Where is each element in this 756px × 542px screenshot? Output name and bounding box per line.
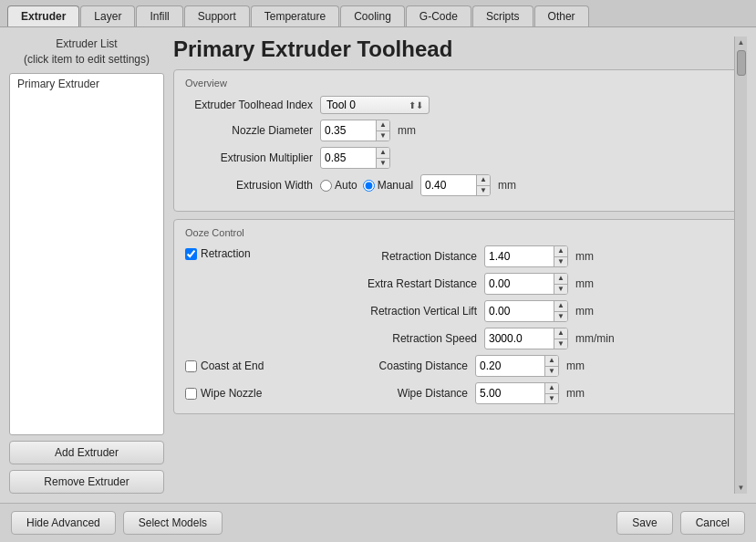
- extrusion-width-input[interactable]: ▲ ▼: [420, 174, 491, 196]
- retraction-checkbox[interactable]: [185, 248, 197, 260]
- extrusion-width-auto-radio[interactable]: [320, 180, 332, 192]
- retraction-distance-up[interactable]: ▲: [554, 246, 567, 257]
- coasting-distance-label: Coasting Distance: [322, 360, 468, 372]
- ooze-label: Ooze Control: [185, 227, 735, 238]
- extra-restart-input[interactable]: ▲ ▼: [484, 273, 568, 295]
- coasting-distance-spinner[interactable]: ▲ ▼: [544, 356, 558, 376]
- scroll-thumb[interactable]: [737, 50, 746, 76]
- retraction-distance-down[interactable]: ▼: [554, 257, 567, 267]
- extrusion-width-manual-radio[interactable]: [363, 180, 375, 192]
- retraction-vlift-unit: mm: [575, 305, 594, 318]
- extrusion-width-down[interactable]: ▼: [477, 186, 490, 196]
- extrusion-width-field[interactable]: [421, 177, 476, 193]
- coasting-distance-down[interactable]: ▼: [545, 367, 558, 377]
- tab-bar: Extruder Layer Infill Support Temperatur…: [0, 0, 756, 27]
- retraction-label-text: Retraction: [201, 247, 251, 260]
- scroll-up-arrow[interactable]: ▲: [736, 36, 747, 48]
- tab-cooling[interactable]: Cooling: [340, 5, 405, 26]
- remove-extruder-button[interactable]: Remove Extruder: [9, 470, 164, 494]
- tab-temperature[interactable]: Temperature: [251, 5, 339, 26]
- extra-restart-down[interactable]: ▼: [554, 285, 567, 295]
- nozzle-diameter-input[interactable]: ▲ ▼: [320, 120, 390, 141]
- retraction-vlift-input[interactable]: ▲ ▼: [484, 300, 568, 322]
- tab-support[interactable]: Support: [184, 5, 250, 26]
- extra-restart-row: Extra Restart Distance ▲ ▼ mm: [331, 273, 615, 295]
- retraction-speed-row: Retraction Speed ▲ ▼ mm/min: [331, 328, 615, 349]
- extra-restart-up[interactable]: ▲: [554, 274, 567, 285]
- nozzle-diameter-down[interactable]: ▼: [377, 131, 389, 141]
- retraction-speed-input[interactable]: ▲ ▼: [484, 328, 568, 349]
- extruder-list[interactable]: Primary Extruder: [9, 73, 164, 435]
- scrollbar[interactable]: ▲ ▼: [734, 36, 747, 494]
- extra-restart-spinner[interactable]: ▲ ▼: [554, 274, 567, 294]
- wipe-distance-input[interactable]: ▲ ▼: [475, 382, 559, 404]
- tab-extruder[interactable]: Extruder: [7, 5, 79, 26]
- coast-at-end-label[interactable]: Coast at End: [185, 360, 304, 372]
- nozzle-diameter-up[interactable]: ▲: [377, 120, 389, 131]
- coast-at-end-checkbox[interactable]: [185, 360, 197, 372]
- extrusion-multiplier-row: Extrusion Multiplier ▲ ▼: [185, 147, 735, 169]
- select-models-button[interactable]: Select Models: [123, 511, 223, 535]
- extruder-list-item[interactable]: Primary Extruder: [10, 74, 163, 94]
- extrusion-width-up[interactable]: ▲: [477, 175, 490, 186]
- extrusion-multiplier-down[interactable]: ▼: [377, 159, 389, 169]
- retraction-speed-spinner[interactable]: ▲ ▼: [554, 328, 567, 349]
- extrusion-width-auto-label[interactable]: Auto: [320, 179, 357, 192]
- wipe-distance-up[interactable]: ▲: [545, 383, 558, 394]
- nozzle-diameter-label: Nozzle Diameter: [185, 124, 313, 137]
- nozzle-diameter-field[interactable]: [321, 122, 376, 139]
- retraction-vlift-down[interactable]: ▼: [554, 312, 567, 322]
- extra-restart-label: Extra Restart Distance: [331, 277, 477, 290]
- retraction-speed-up[interactable]: ▲: [554, 328, 567, 339]
- retraction-speed-label: Retraction Speed: [331, 332, 477, 345]
- coasting-distance-row: Coasting Distance ▲ ▼ mm: [322, 355, 585, 377]
- toolhead-index-dropdown[interactable]: Tool 0 ⬆⬇: [320, 96, 430, 114]
- extrusion-width-row: Extrusion Width Auto Manual ▲ ▼: [185, 174, 735, 196]
- tab-other[interactable]: Other: [534, 5, 589, 26]
- tab-scripts[interactable]: Scripts: [472, 5, 533, 26]
- retraction-distance-input[interactable]: ▲ ▼: [484, 245, 568, 267]
- nozzle-diameter-spinner[interactable]: ▲ ▼: [376, 120, 389, 141]
- wipe-distance-spinner[interactable]: ▲ ▼: [544, 383, 558, 403]
- extrusion-multiplier-up[interactable]: ▲: [377, 148, 389, 159]
- retraction-speed-field[interactable]: [485, 330, 554, 347]
- ooze-control-section: Ooze Control Retraction Retraction Dista…: [173, 219, 747, 414]
- extrusion-width-spinner[interactable]: ▲ ▼: [476, 175, 490, 195]
- wipe-nozzle-label[interactable]: Wipe Nozzle: [185, 387, 304, 400]
- coasting-distance-unit: mm: [566, 360, 585, 372]
- scroll-down-arrow[interactable]: ▼: [736, 482, 747, 494]
- extrusion-multiplier-input[interactable]: ▲ ▼: [320, 147, 390, 169]
- hide-advanced-button[interactable]: Hide Advanced: [11, 511, 116, 535]
- retraction-vlift-label: Retraction Vertical Lift: [331, 305, 477, 318]
- extrusion-multiplier-field[interactable]: [321, 150, 376, 166]
- wipe-distance-label: Wipe Distance: [322, 387, 468, 400]
- wipe-distance-row: Wipe Distance ▲ ▼ mm: [322, 382, 585, 404]
- coasting-distance-up[interactable]: ▲: [545, 356, 558, 367]
- cancel-button[interactable]: Cancel: [680, 511, 745, 535]
- retraction-checkbox-label[interactable]: Retraction: [185, 247, 304, 260]
- retraction-vlift-field[interactable]: [485, 303, 554, 319]
- extrusion-width-radio-group: Auto Manual: [320, 179, 413, 192]
- tab-infill[interactable]: Infill: [136, 5, 182, 26]
- toolhead-index-row: Extruder Toolhead Index Tool 0 ⬆⬇: [185, 96, 735, 114]
- tab-gcode[interactable]: G-Code: [406, 5, 471, 26]
- wipe-nozzle-checkbox[interactable]: [185, 388, 197, 400]
- wipe-distance-down[interactable]: ▼: [545, 394, 558, 404]
- content-area: Primary Extruder Toolhead Overview Extru…: [173, 36, 747, 494]
- extrusion-multiplier-spinner[interactable]: ▲ ▼: [376, 148, 389, 168]
- coasting-distance-field[interactable]: [476, 358, 544, 374]
- extrusion-width-manual-label[interactable]: Manual: [363, 179, 413, 192]
- sidebar-title: Extruder List (click item to edit settin…: [9, 36, 164, 68]
- wipe-distance-field[interactable]: [476, 385, 544, 401]
- retraction-speed-down[interactable]: ▼: [554, 339, 567, 349]
- coasting-distance-input[interactable]: ▲ ▼: [475, 355, 559, 377]
- tab-layer[interactable]: Layer: [80, 5, 135, 26]
- retraction-vlift-up[interactable]: ▲: [554, 301, 567, 312]
- retraction-vlift-spinner[interactable]: ▲ ▼: [554, 301, 567, 321]
- save-button[interactable]: Save: [616, 511, 672, 535]
- retraction-speed-unit: mm/min: [575, 332, 615, 345]
- extra-restart-field[interactable]: [485, 276, 554, 292]
- add-extruder-button[interactable]: Add Extruder: [9, 441, 164, 464]
- retraction-distance-spinner[interactable]: ▲ ▼: [554, 246, 567, 266]
- retraction-distance-field[interactable]: [485, 248, 554, 265]
